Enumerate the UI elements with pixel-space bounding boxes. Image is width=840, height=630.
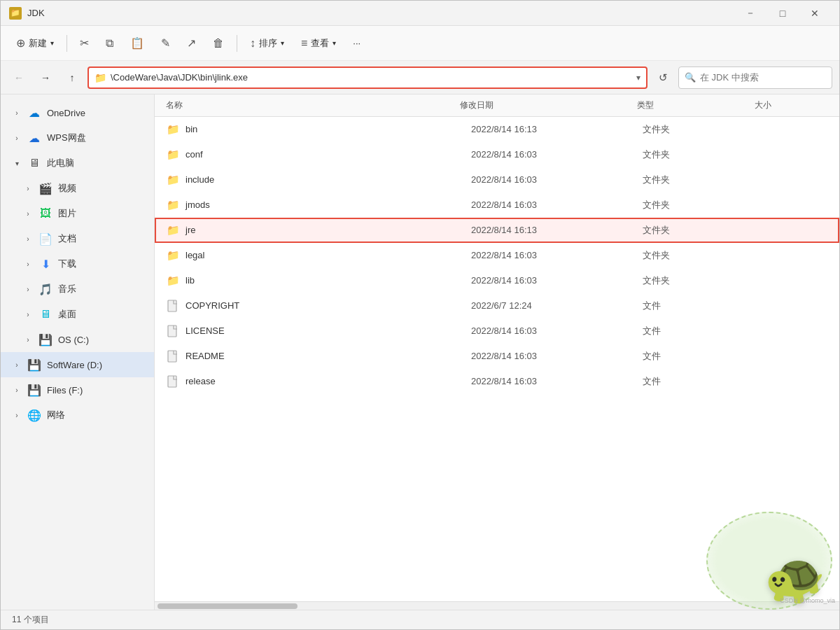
delete-button[interactable]: 🗑	[206, 31, 231, 56]
sidebar-label-software: SoftWare (D:)	[47, 360, 102, 370]
file-icon-lib: 📁	[166, 274, 180, 288]
address-input-wrapper[interactable]: 📁 ▾	[88, 66, 648, 89]
item-count: 11 个项目	[12, 614, 49, 626]
up-button[interactable]: ↑	[61, 66, 83, 89]
file-date-readme: 2022/8/14 16:03	[471, 351, 643, 361]
file-name-jre: jre	[186, 225, 471, 235]
cut-button[interactable]: ✂	[73, 31, 96, 56]
file-row-copyright[interactable]: COPYRIGHT2022/6/7 12:24文件	[155, 293, 839, 318]
file-icon-jre: 📁	[166, 223, 180, 237]
sidebar-icon-software: 💾	[27, 358, 41, 372]
rename-icon: ✎	[161, 36, 170, 50]
search-input[interactable]	[700, 72, 826, 83]
sidebar-icon-thispc: 🖥	[27, 156, 41, 170]
file-name-bin: bin	[186, 124, 471, 134]
more-button[interactable]: ···	[346, 31, 368, 56]
sort-icon: ↕	[250, 37, 255, 50]
scroll-thumb[interactable]	[158, 603, 298, 609]
file-row-jre[interactable]: 📁jre2022/8/14 16:13文件夹	[155, 218, 839, 243]
address-folder-icon: 📁	[94, 72, 106, 83]
share-button[interactable]: ↗	[180, 31, 203, 56]
file-type-copyright: 文件	[643, 300, 757, 312]
paste-button[interactable]: 📋	[123, 31, 151, 56]
file-date-conf: 2022/8/14 16:03	[471, 149, 643, 160]
sidebar-label-thispc: 此电脑	[47, 157, 74, 169]
toolbar-separator-1	[66, 35, 67, 52]
minimize-button[interactable]: －	[734, 2, 766, 24]
delete-icon: 🗑	[213, 37, 224, 50]
file-type-lib: 文件夹	[643, 274, 757, 287]
sidebar-icon-documents: 📄	[38, 232, 52, 246]
horizontal-scrollbar[interactable]	[155, 601, 839, 610]
file-icon-bin: 📁	[166, 122, 180, 136]
sidebar-item-videos[interactable]: ›🎬视频	[1, 176, 154, 201]
file-date-release: 2022/8/14 16:03	[471, 376, 643, 386]
sidebar-item-pictures[interactable]: ›🖼图片	[1, 201, 154, 226]
sidebar-item-software[interactable]: ›💾SoftWare (D:)	[1, 352, 154, 377]
expand-icon-onedrive: ›	[12, 108, 22, 118]
file-date-jmods: 2022/8/14 16:03	[471, 200, 643, 210]
view-button[interactable]: ≡ 查看 ▾	[294, 31, 343, 56]
sidebar-item-documents[interactable]: ›📄文档	[1, 226, 154, 251]
sidebar-item-desktop[interactable]: ›🖥桌面	[1, 302, 154, 327]
status-bar: 11 个项目	[1, 610, 839, 629]
file-row-include[interactable]: 📁include2022/8/14 16:03文件夹	[155, 167, 839, 192]
copy-button[interactable]: ⧉	[99, 31, 120, 56]
sidebar-icon-wps: ☁	[27, 131, 41, 145]
expand-icon-downloads: ›	[23, 259, 33, 269]
file-row-license[interactable]: LICENSE2022/8/14 16:03文件	[155, 318, 839, 344]
expand-icon-music: ›	[23, 284, 33, 294]
paste-icon: 📋	[130, 36, 144, 50]
main-area: ›☁OneDrive›☁WPS网盘▾🖥此电脑›🎬视频›🖼图片›📄文档›⬇下载›🎵…	[1, 94, 839, 610]
sort-chevron-icon: ▾	[281, 39, 284, 47]
file-icon-conf: 📁	[166, 148, 180, 162]
file-row-jmods[interactable]: 📁jmods2022/8/14 16:03文件夹	[155, 192, 839, 218]
file-name-legal: legal	[186, 250, 471, 260]
file-row-lib[interactable]: 📁lib2022/8/14 16:03文件夹	[155, 268, 839, 293]
new-button[interactable]: ⊕ 新建 ▾	[9, 31, 61, 56]
forward-button[interactable]: →	[34, 66, 57, 89]
share-icon: ↗	[187, 36, 196, 50]
file-row-conf[interactable]: 📁conf2022/8/14 16:03文件夹	[155, 142, 839, 167]
col-header-date: 修改日期	[460, 99, 636, 111]
file-row-legal[interactable]: 📁legal2022/8/14 16:03文件夹	[155, 243, 839, 268]
window: 📁 JDK － □ ✕ ⊕ 新建 ▾ ✂ ⧉ 📋 ✎ ↗ 🗑	[0, 0, 840, 630]
expand-icon-files: ›	[12, 385, 22, 395]
file-icon-legal: 📁	[166, 248, 180, 262]
search-wrapper: 🔍	[678, 66, 832, 89]
sidebar-item-music[interactable]: ›🎵音乐	[1, 276, 154, 302]
file-row-release[interactable]: release2022/8/14 16:03文件	[155, 369, 839, 394]
sidebar-label-wps: WPS网盘	[47, 132, 86, 144]
refresh-button[interactable]: ↺	[652, 66, 674, 89]
sidebar-item-network[interactable]: ›🌐网络	[1, 402, 154, 428]
back-button[interactable]: ←	[8, 66, 30, 89]
file-date-legal: 2022/8/14 16:03	[471, 250, 643, 260]
sidebar-item-wps[interactable]: ›☁WPS网盘	[1, 125, 154, 150]
cut-icon: ✂	[80, 36, 89, 50]
address-input[interactable]	[111, 72, 632, 83]
file-row-readme[interactable]: README2022/8/14 16:03文件	[155, 344, 839, 369]
sort-button[interactable]: ↕ 排序 ▾	[243, 31, 291, 56]
sidebar-label-network: 网络	[47, 409, 65, 421]
expand-icon-osdrive: ›	[23, 335, 33, 344]
sidebar-item-downloads[interactable]: ›⬇下载	[1, 251, 154, 276]
maximize-button[interactable]: □	[766, 2, 799, 24]
rename-button[interactable]: ✎	[154, 31, 177, 56]
file-row-bin[interactable]: 📁bin2022/8/14 16:13文件夹	[155, 117, 839, 142]
sidebar-icon-network: 🌐	[27, 408, 41, 422]
sidebar-label-osdrive: OS (C:)	[58, 335, 89, 345]
svg-rect-2	[168, 351, 176, 362]
expand-icon-wps: ›	[12, 133, 22, 143]
expand-icon-software: ›	[12, 360, 22, 370]
window-controls: － □ ✕	[734, 2, 831, 24]
more-label: ···	[353, 38, 360, 48]
expand-icon-documents: ›	[23, 234, 33, 244]
sidebar-item-thispc[interactable]: ▾🖥此电脑	[1, 150, 154, 176]
address-chevron-icon[interactable]: ▾	[636, 73, 640, 83]
sidebar-item-onedrive[interactable]: ›☁OneDrive	[1, 100, 154, 125]
file-type-bin: 文件夹	[643, 123, 757, 136]
new-chevron-icon: ▾	[50, 39, 54, 47]
close-button[interactable]: ✕	[799, 2, 831, 24]
sidebar-item-files[interactable]: ›💾Files (F:)	[1, 377, 154, 402]
sidebar-item-osdrive[interactable]: ›💾OS (C:)	[1, 327, 154, 352]
